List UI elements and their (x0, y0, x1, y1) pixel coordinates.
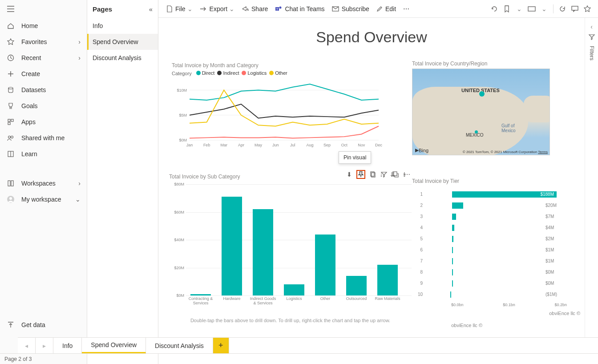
nav-datasets[interactable]: Datasets (0, 82, 87, 98)
tier-row-8[interactable]: 8$0M (412, 267, 577, 278)
tab-spend-overview[interactable]: Spend Overview (82, 338, 146, 353)
svg-point-11 (9, 197, 12, 200)
page-item-info[interactable]: Info (87, 18, 158, 34)
chevron-right-icon: › (78, 54, 81, 61)
favorite-star-icon[interactable] (581, 5, 594, 12)
map-point-us (479, 91, 485, 97)
bookmark-icon[interactable] (501, 5, 513, 12)
subscribe-button[interactable]: Subscribe (328, 0, 373, 17)
page-item-spend-overview[interactable]: Spend Overview (87, 34, 158, 50)
export-icon (6, 320, 15, 329)
chevron-right-icon: › (78, 180, 81, 187)
nav-shared[interactable]: Shared with me (0, 130, 87, 146)
nav-recent[interactable]: Recent › (0, 50, 87, 66)
collapse-pane-icon[interactable]: « (149, 5, 153, 13)
bar-logistics[interactable] (284, 284, 304, 295)
nav-create[interactable]: Create (0, 66, 87, 82)
trophy-icon (6, 101, 15, 110)
tab-prev[interactable]: ◂ (18, 338, 36, 353)
chat-teams-button[interactable]: TChat in Teams (271, 0, 328, 17)
legend-item-direct[interactable]: Direct (196, 70, 215, 76)
copy-icon[interactable] (368, 170, 377, 179)
tab-next[interactable]: ▸ (36, 338, 53, 353)
tier-row-2[interactable]: 2$20M (412, 200, 577, 211)
filter-icon[interactable] (380, 170, 388, 179)
map-visual[interactable]: Total Invoice by Country/Region UNITED S… (412, 61, 550, 156)
svg-point-5 (8, 136, 11, 138)
svg-text:Jan: Jan (186, 143, 193, 147)
legend-item-logistics[interactable]: Logistics (242, 70, 267, 76)
more-icon[interactable]: ⋯ (403, 170, 412, 179)
nav-favorites[interactable]: Favorites › (0, 34, 87, 50)
tier-row-4[interactable]: 4$4M (412, 222, 577, 233)
svg-text:Jul: Jul (290, 143, 295, 147)
download-icon[interactable]: ⬇ (345, 170, 354, 179)
tier-chart-visual[interactable]: Total Invoice by Tier 1$188M2$20M3$7M4$4… (412, 178, 577, 325)
nav-my-workspace[interactable]: My workspace ⌄ (0, 191, 87, 207)
nav-goals-label: Goals (21, 102, 81, 109)
filters-label: Filters (589, 46, 595, 61)
bar-indirect-goods-services[interactable] (253, 209, 273, 295)
chevron-down-icon[interactable]: ⌄ (538, 5, 550, 12)
svg-point-1 (8, 87, 13, 89)
tier-row-5[interactable]: 5$2M (412, 233, 577, 244)
svg-text:Oct: Oct (341, 143, 348, 147)
export-menu[interactable]: Export⌄ (196, 0, 238, 17)
copyright: obviEnce llc © (451, 323, 482, 328)
bar-other[interactable] (315, 235, 335, 296)
legend-item-indirect[interactable]: Indirect (217, 70, 239, 76)
nav-learn[interactable]: Learn (0, 146, 87, 162)
nav-workspaces[interactable]: Workspaces › (0, 175, 87, 191)
tier-row-3[interactable]: 3$7M (412, 211, 577, 222)
nav-favorites-label: Favorites (21, 38, 78, 45)
line-chart-title: Total Invoice by Month and Category (172, 62, 381, 69)
file-menu[interactable]: File⌄ (163, 0, 196, 17)
focus-mode-icon[interactable] (391, 170, 400, 179)
tab-info[interactable]: Info (53, 338, 82, 353)
line-chart-visual[interactable]: Total Invoice by Month and Category Cate… (172, 62, 381, 165)
edit-button[interactable]: Edit (373, 0, 400, 17)
tab-add[interactable]: + (213, 338, 229, 353)
bar-outsourced[interactable] (346, 276, 367, 295)
bar-raw-materials[interactable] (377, 265, 398, 295)
nav-goals[interactable]: Goals (0, 98, 87, 114)
nav-datasets-label: Datasets (21, 86, 81, 93)
nav-home[interactable]: Home (0, 18, 87, 34)
nav-apps[interactable]: Apps (0, 114, 87, 130)
tier-row-9[interactable]: 9$0M (412, 278, 577, 289)
tier-row-10[interactable]: 10($1M) (412, 289, 577, 300)
bar-hardware[interactable] (222, 197, 242, 295)
refresh-icon[interactable] (556, 5, 569, 12)
comment-icon[interactable] (569, 6, 581, 12)
view-mode-icon[interactable] (525, 6, 538, 12)
share-button[interactable]: Share (238, 0, 271, 17)
legend-item-other[interactable]: Other (269, 70, 287, 76)
pin-visual-button[interactable] (356, 170, 365, 179)
chevron-down-icon[interactable]: ⌄ (513, 5, 525, 12)
more-options[interactable]: ⋯ (400, 0, 413, 17)
tier-row-6[interactable]: 6$1M (412, 244, 577, 255)
filters-pane-collapsed[interactable]: ‹ Filters (585, 18, 598, 337)
nav-shared-label: Shared with me (21, 134, 81, 142)
left-navigation: Home Favorites › Recent › Create Dataset… (0, 0, 87, 364)
bar-contracting-services[interactable] (190, 294, 211, 295)
tab-discount-analysis[interactable]: Discount Analysis (146, 338, 213, 353)
map-terms-link[interactable]: Terms (538, 150, 548, 154)
svg-text:$10M: $10M (177, 88, 187, 93)
nav-hamburger[interactable] (0, 0, 87, 18)
page-indicator: Page 2 of 3 (4, 356, 32, 362)
bar-chart-visual[interactable]: ↓ ⇊ ⤈ ⬇ ⋯ Total Invoice by Sub Category … (169, 174, 412, 325)
svg-text:Nov: Nov (358, 143, 365, 147)
svg-rect-4 (8, 122, 10, 125)
svg-text:Feb: Feb (203, 143, 210, 147)
tier-row-7[interactable]: 7$1M (412, 255, 577, 267)
avatar-icon (6, 195, 15, 204)
svg-text:Jun: Jun (272, 143, 279, 147)
database-icon (6, 85, 15, 94)
tier-row-1[interactable]: 1$188M (412, 189, 577, 200)
map-title: Total Invoice by Country/Region (412, 61, 550, 67)
reset-icon[interactable] (488, 5, 501, 12)
expand-pane-icon[interactable]: ‹ (590, 23, 593, 30)
nav-get-data[interactable]: Get data (0, 317, 87, 333)
page-item-discount-analysis[interactable]: Discount Analysis (87, 50, 158, 66)
